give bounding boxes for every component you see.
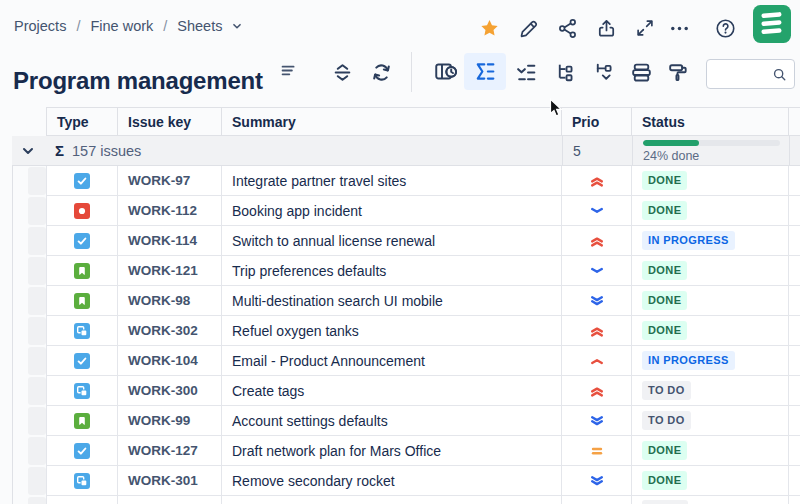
priority-low-icon[interactable] xyxy=(589,263,605,279)
table-row[interactable]: WORK-301 Remove secondary rocket DONE xyxy=(12,466,800,496)
issue-key[interactable]: WORK-127 xyxy=(128,443,198,458)
issue-key[interactable]: WORK-112 xyxy=(128,203,197,218)
breadcrumb-item-sheets[interactable]: Sheets xyxy=(177,18,222,34)
priority-highest-icon[interactable] xyxy=(589,233,605,249)
priority-highest-icon[interactable] xyxy=(589,323,605,339)
issue-key[interactable]: WORK-301 xyxy=(128,473,198,488)
status-badge[interactable]: DONE xyxy=(642,261,687,280)
issue-summary[interactable]: Trip preferences defaults xyxy=(232,263,386,279)
table-row[interactable]: WORK-121 Trip preferences defaults DONE xyxy=(12,256,800,286)
summary-progress-cell: 24% done xyxy=(632,136,789,165)
issue-summary[interactable]: Multi-destination search UI mobile xyxy=(232,293,443,309)
subtask-type-icon xyxy=(74,323,90,339)
table-row[interactable]: WORK-98 Multi-destination search UI mobi… xyxy=(12,286,800,316)
issue-summary[interactable]: Refuel oxygen tanks xyxy=(232,323,359,339)
status-badge[interactable]: DONE xyxy=(642,321,687,340)
column-header-summary[interactable]: Summary xyxy=(222,108,562,135)
breadcrumb-item-fine-work[interactable]: Fine work xyxy=(90,18,153,34)
hierarchy-button[interactable] xyxy=(551,58,579,86)
status-badge[interactable]: TO DO xyxy=(642,411,691,430)
fullscreen-icon[interactable] xyxy=(632,15,658,41)
table-row[interactable]: WORK-127 Draft network plan for Mars Off… xyxy=(12,436,800,466)
breadcrumb-item-projects[interactable]: Projects xyxy=(14,18,66,34)
row-spacer xyxy=(789,316,800,346)
table-row[interactable]: WORK-97 Integrate partner travel sites D… xyxy=(12,166,800,196)
sum-columns-button[interactable] xyxy=(464,53,506,90)
issue-key[interactable]: WORK-121 xyxy=(128,263,198,278)
status-badge[interactable]: IN PROGRESS xyxy=(642,351,735,370)
issue-key[interactable]: WORK-99 xyxy=(128,413,190,428)
table-row[interactable]: WORK-112 Booking app incident DONE xyxy=(12,196,800,226)
column-header-type[interactable]: Type xyxy=(46,108,118,135)
issue-key[interactable]: WORK-114 xyxy=(128,233,197,248)
status-badge[interactable]: DONE xyxy=(642,201,687,220)
issue-summary[interactable]: Switch to annual license renewal xyxy=(232,233,435,249)
issues-count-label: 157 issues xyxy=(72,143,141,159)
issue-summary[interactable]: Draft network plan for Mars Office xyxy=(232,443,441,459)
status-badge[interactable]: IN PROGRESS xyxy=(642,231,735,250)
table-row[interactable]: WORK-114 Switch to annual license renewa… xyxy=(12,226,800,256)
issue-key[interactable]: WORK-97 xyxy=(128,173,190,188)
summary-row[interactable]: Σ 157 issues 5 24% done xyxy=(12,136,800,166)
status-badge[interactable]: DONE xyxy=(642,171,687,190)
table-row[interactable]: WORK-99 Account settings defaults TO DO xyxy=(12,406,800,436)
chevron-down-icon[interactable] xyxy=(230,19,244,33)
priority-highest-icon[interactable] xyxy=(589,383,605,399)
favorite-star-icon[interactable] xyxy=(476,15,502,41)
issue-key[interactable]: WORK-104 xyxy=(128,353,198,368)
priority-lowest-icon[interactable] xyxy=(589,473,605,489)
expand-subtree-button[interactable] xyxy=(589,58,617,86)
status-badge[interactable]: DONE xyxy=(642,291,687,310)
edit-pencil-icon[interactable] xyxy=(515,15,541,41)
row-spacer xyxy=(789,346,800,376)
issue-key[interactable]: WORK-300 xyxy=(128,383,198,398)
more-icon[interactable] xyxy=(666,15,692,41)
column-header-row: Type Issue key Summary Prio Status xyxy=(46,107,800,136)
column-header-issue-key[interactable]: Issue key xyxy=(118,108,222,135)
views-button[interactable] xyxy=(432,58,460,86)
share-icon[interactable] xyxy=(554,15,580,41)
priority-lowest-icon[interactable] xyxy=(589,413,605,429)
row-gutter-cell xyxy=(28,437,46,465)
table-row[interactable]: WORK-104 Email - Product Announcement IN… xyxy=(12,346,800,376)
issue-summary[interactable]: Account settings defaults xyxy=(232,413,388,429)
issue-rows: WORK-97 Integrate partner travel sites D… xyxy=(12,166,800,504)
priority-medium-icon[interactable] xyxy=(589,443,605,459)
priority-lowest-icon[interactable] xyxy=(589,293,605,309)
row-indent xyxy=(12,196,28,226)
table-row-partial[interactable] xyxy=(12,496,800,504)
refresh-button[interactable] xyxy=(367,58,395,86)
structure-details-icon[interactable] xyxy=(280,62,297,79)
column-header-status[interactable]: Status xyxy=(632,108,789,135)
column-header-prio[interactable]: Prio xyxy=(562,108,632,135)
status-badge[interactable]: TO DO xyxy=(642,381,691,400)
structure-logo-icon[interactable] xyxy=(753,5,791,43)
help-icon[interactable] xyxy=(712,15,738,41)
issue-key[interactable]: WORK-302 xyxy=(128,323,198,338)
priority-highest-icon[interactable] xyxy=(589,173,605,189)
export-icon[interactable] xyxy=(593,15,619,41)
issue-key[interactable]: WORK-98 xyxy=(128,293,190,308)
issue-summary[interactable]: Email - Product Announcement xyxy=(232,353,425,369)
checklist-button[interactable] xyxy=(512,58,540,86)
subtask-type-icon xyxy=(74,383,90,399)
sigma-icon: Σ xyxy=(55,142,64,159)
issue-summary[interactable]: Create tags xyxy=(232,383,304,399)
format-painter-button[interactable] xyxy=(664,58,692,86)
table-row[interactable]: WORK-300 Create tags TO DO xyxy=(12,376,800,406)
priority-high-icon[interactable] xyxy=(589,353,605,369)
table-row[interactable]: WORK-302 Refuel oxygen tanks DONE xyxy=(12,316,800,346)
expand-collapse-all-button[interactable] xyxy=(328,58,356,86)
issue-summary[interactable]: Integrate partner travel sites xyxy=(232,173,406,189)
collapse-chevron-icon[interactable] xyxy=(20,143,36,159)
row-spacer xyxy=(789,406,800,436)
rows-grouping-button[interactable] xyxy=(627,58,655,86)
status-badge[interactable]: DONE xyxy=(642,441,687,460)
issue-summary[interactable]: Remove secondary rocket xyxy=(232,473,395,489)
breadcrumb: Projects / Fine work / Sheets xyxy=(14,18,244,34)
search-input[interactable] xyxy=(706,59,795,89)
issue-summary[interactable]: Booking app incident xyxy=(232,203,362,219)
priority-low-icon[interactable] xyxy=(589,203,605,219)
row-spacer xyxy=(789,466,800,496)
status-badge[interactable]: DONE xyxy=(642,471,687,490)
